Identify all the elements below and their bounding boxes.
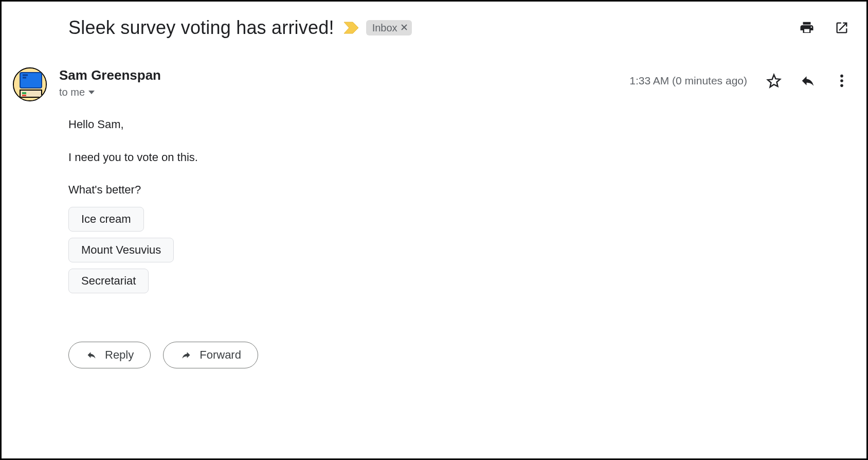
reply-icon [800,73,816,89]
subject-row: Sleek survey voting has arrived! Inbox [13,14,852,39]
reply-icon [85,350,98,360]
print-button[interactable] [797,17,817,38]
vote-option-3[interactable]: Secretariat [68,269,149,293]
print-icon [799,20,815,36]
important-marker[interactable] [343,22,359,34]
label-text: Inbox [372,23,397,33]
meta-actions: 1:33 AM (0 minutes ago) [629,67,852,91]
sender-avatar[interactable] [13,67,47,101]
close-icon [401,24,408,31]
label-inbox[interactable]: Inbox [366,20,412,36]
forward-label: Forward [200,349,241,361]
open-in-new-icon [835,21,849,35]
star-icon [766,73,782,89]
label-remove[interactable] [401,23,408,32]
email-subject: Sleek survey voting has arrived! [68,17,334,39]
recipient-text: to me [59,86,85,98]
recipient-dropdown[interactable]: to me [59,86,161,98]
vote-option-1[interactable]: Ice cream [68,207,144,232]
forward-icon [180,350,192,360]
sender-row: Sam Greenspan to me 1:33 AM (0 minutes a… [13,39,852,101]
body-question: What's better? [68,182,852,198]
vote-option-2[interactable]: Mount Vesuvius [68,238,174,262]
subject-actions [797,17,852,38]
important-icon [343,22,359,34]
email-body: Hello Sam, I need you to vote on this. W… [13,101,852,293]
body-line-1: I need you to vote on this. [68,150,852,165]
email-view: Sleek survey voting has arrived! Inbox [0,0,868,460]
open-in-new-button[interactable] [831,17,852,38]
svg-rect-8 [22,95,26,96]
timestamp: 1:33 AM (0 minutes ago) [629,75,747,87]
svg-point-9 [840,75,843,78]
reply-forward-row: Reply Forward [13,293,852,368]
body-greeting: Hello Sam, [68,117,852,132]
caret-down-icon [88,90,95,95]
svg-rect-7 [22,92,26,94]
svg-point-10 [840,79,843,82]
reply-icon-button[interactable] [798,70,818,91]
more-button[interactable] [831,70,852,91]
reply-button[interactable]: Reply [68,342,151,368]
star-button[interactable] [764,70,784,91]
forward-button[interactable]: Forward [163,342,258,368]
svg-point-11 [840,84,843,87]
sender-name: Sam Greenspan [59,67,161,83]
reply-label: Reply [105,349,134,361]
avatar-icon [14,68,47,101]
sender-block: Sam Greenspan to me [59,67,161,98]
more-vert-icon [840,74,844,88]
vote-options: Ice cream Mount Vesuvius Secretariat [68,207,852,293]
